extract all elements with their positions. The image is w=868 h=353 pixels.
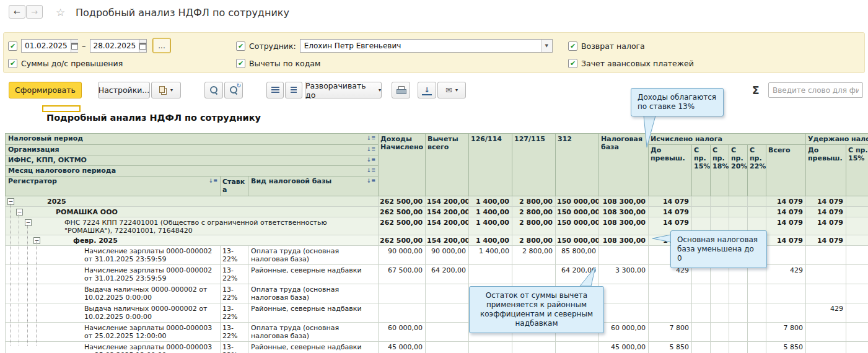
send-email-button[interactable]: ✉ ▾ [437,82,466,98]
sort-icon[interactable]: ↓≡ [367,157,375,163]
save-button[interactable]: ↓ [418,82,436,98]
collapse-group-button[interactable]: − [33,237,40,244]
forward-button[interactable]: → [26,5,43,19]
tax-refund-checkbox[interactable]: ✔ [568,41,577,51]
value-cell: 150 000,00 [556,196,599,207]
period-to-input[interactable]: 28.02.2025 [90,39,147,53]
tree-guide-line [19,214,19,346]
value-cell [512,342,556,353]
value-cell [766,284,806,303]
header-organization: Организация↓≡ [6,145,379,155]
group-label: РОМАШКА ООО [56,208,118,216]
report-variants-button[interactable]: ▾ [151,82,181,98]
value-cell: 2 800,00 [512,246,556,265]
search-next-button[interactable]: ↻ [224,82,243,98]
chevron-down-icon: ▾ [379,87,381,93]
filter-input[interactable] [768,82,863,98]
value-cell [748,342,766,353]
value-cell [512,265,556,284]
rate-cell: 13-22% [221,323,248,342]
callout-base-reduced: Основная налоговая база уменьшена до 0 [670,230,767,268]
base-kind-cell: Оплата труда (основная налоговая база) [248,246,379,265]
value-cell [748,284,766,303]
expand-groups-button[interactable] [285,82,302,98]
deduction-codes-label: Вычеты по кодам [249,59,320,68]
sum-button[interactable]: Σ [752,84,760,97]
chevron-down-icon: ▾ [170,87,173,93]
value-cell: 14 079 [766,217,806,235]
collapse-group-button[interactable]: − [25,219,32,226]
print-button[interactable] [392,82,410,98]
value-cell: 108 300,00 [599,196,649,207]
registrar-cell: Выдача наличных 0000-000002 от 10.02.202… [6,284,221,303]
callout-rate-13: Доходы облагаются по ставке 13% [631,88,724,116]
sort-icon[interactable]: ↓≡ [367,135,375,141]
value-cell: 5 850 [766,342,806,353]
value-cell: 14 079 [806,217,846,235]
value-cell: 154 200,00 [426,235,469,246]
tree-guide-line [27,225,28,346]
period-filter: ✔ 01.02.2025 – 28.02.2025 [8,38,147,53]
value-cell: 45 000,00 [379,342,426,353]
value-cell [426,284,469,303]
value-cell [846,217,868,235]
search-button[interactable] [204,82,223,98]
column-header-312: 312 [556,134,599,196]
value-cell [692,207,711,217]
generate-button[interactable]: Сформировать [9,82,82,98]
sort-icon[interactable]: ↓≡ [367,167,375,173]
callout-tail [643,115,657,149]
value-cell [692,342,711,353]
value-cell: 14 079 [649,207,692,217]
sort-icon[interactable]: ↓≡ [209,178,217,184]
tax-refund-label: Возврат налога [581,41,645,51]
period-more-button[interactable]: ... [152,38,171,53]
advance-offset-checkbox[interactable]: ✔ [568,59,577,68]
column-header-withheld-before-excess: До превыш. [806,145,846,196]
column-header-calc-15: С пр. 15% [692,145,711,196]
collapse-group-button[interactable]: − [7,198,14,205]
excess-sums-checkbox[interactable]: ✔ [8,59,17,68]
chevron-down-icon[interactable]: ▼ [541,40,552,52]
period-from-input[interactable]: 01.02.2025 [21,39,78,53]
base-kind-cell: Районные, северные надбавки [248,265,379,284]
header-label: Регистратор [8,178,57,185]
value-cell: 262 500,00 [379,235,426,246]
calendar-button[interactable] [71,40,78,52]
calendar-button[interactable] [139,40,146,52]
deduction-codes-checkbox[interactable]: ✔ [236,59,245,68]
value-cell [806,246,846,265]
employee-checkbox[interactable]: ✔ [236,41,245,51]
check-icon: ✔ [10,59,15,68]
value-cell: 14 079 [766,235,806,246]
value-cell [748,323,766,342]
value-cell: 2 800,00 [512,196,556,207]
check-icon: ✔ [238,59,243,68]
column-group-withheld-tax: Удержано налога [806,134,868,145]
value-cell: 14 079 [649,196,692,207]
group-label-cell: −ФНС 7224 КПП 722401001 (Общество с огра… [6,217,379,235]
group-label: 2025 [47,198,66,206]
column-header-deductions: Вычеты всего [426,134,469,196]
header-tax-period: Налоговый период↓≡ [6,134,379,145]
calendar-icon [139,43,146,50]
period-checkbox[interactable]: ✔ [8,41,17,51]
collapse-groups-button[interactable] [266,82,284,98]
employee-select[interactable]: Елохин Петр Евгеньевич ▼ [300,39,553,53]
column-header-withheld-15: С пр. 15% [846,145,868,196]
sort-icon[interactable]: ↓≡ [367,178,375,184]
rate-cell: 13-22% [221,246,248,265]
sort-icon[interactable]: ↓≡ [367,146,375,152]
collapse-group-button[interactable]: − [16,209,23,216]
favorite-star-icon[interactable]: ☆ [56,6,65,19]
excess-sums-label: Суммы до/с превышения [21,59,123,68]
value-cell [426,342,469,353]
report-body: −2025262 500,00154 200,001 400,002 800,0… [6,196,868,353]
value-cell [711,207,729,217]
value-cell [649,303,692,323]
expand-to-button[interactable]: Разворачивать до ▾ [305,82,382,98]
value-cell: 14 079 [806,235,846,246]
value-cell [469,342,512,353]
settings-button[interactable]: Настройки... [98,82,150,98]
back-button[interactable]: ← [9,5,25,19]
